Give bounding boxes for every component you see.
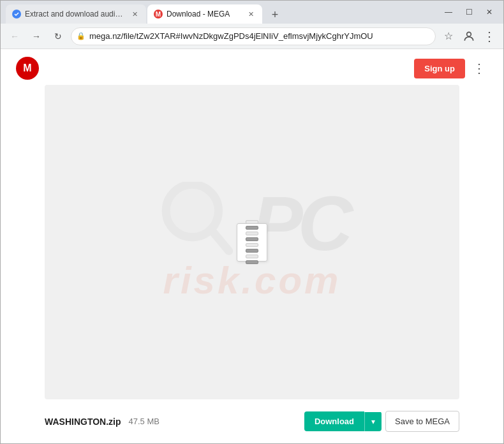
mega-logo: M <box>16 57 39 80</box>
file-preview-area: PC risk.com <box>45 85 459 399</box>
back-button[interactable]: ← <box>6 27 24 45</box>
minimize-button[interactable]: — <box>440 5 457 19</box>
close-button[interactable]: ✕ <box>480 5 498 19</box>
lock-icon: 🔒 <box>77 32 85 40</box>
restore-button[interactable]: ☐ <box>460 5 478 19</box>
navigation-bar: ← → ↻ 🔒 mega.nz/file/tZw2XTAR#IwvNzDkgwZ… <box>1 24 503 49</box>
svg-line-2 <box>211 230 228 251</box>
zip-stripe-2 <box>246 226 258 230</box>
profile-button[interactable] <box>460 27 478 45</box>
bookmark-button[interactable]: ☆ <box>440 27 457 45</box>
mega-header: M Sign up ⋮ <box>8 57 496 85</box>
zip-stripe-7 <box>246 255 258 258</box>
browser-window: Extract and download audio an... ✕ M Dow… <box>0 0 504 444</box>
download-button-group: Download ▾ <box>304 411 382 431</box>
zip-stripe-4 <box>246 237 258 241</box>
svg-point-1 <box>166 184 218 237</box>
risk-watermark-text: risk.com <box>163 258 341 302</box>
tab-strip: Extract and download audio an... ✕ M Dow… <box>6 1 284 24</box>
zip-stripe-3 <box>246 232 258 235</box>
mega-menu-button[interactable]: ⋮ <box>470 58 488 78</box>
tab-1-close[interactable]: ✕ <box>130 9 140 19</box>
tab-1[interactable]: Extract and download audio an... ✕ <box>6 4 146 24</box>
address-bar[interactable]: 🔒 mega.nz/file/tZw2XTAR#IwvNzDkgwZgPDs4j… <box>71 27 436 45</box>
file-size: 47.5 MB <box>129 417 159 426</box>
new-tab-button[interactable]: + <box>266 6 284 24</box>
download-button[interactable]: Download <box>304 411 364 431</box>
window-controls: — ☐ ✕ <box>440 5 498 19</box>
svg-point-0 <box>467 32 471 36</box>
zip-stripe-5 <box>246 243 258 247</box>
signup-button[interactable]: Sign up <box>414 59 465 78</box>
tab-2-close[interactable]: ✕ <box>246 9 256 19</box>
page-content: M Sign up ⋮ PC risk.com <box>1 49 503 443</box>
file-actions: Download ▾ Save to MEGA <box>304 411 459 432</box>
zip-stripe-pattern <box>237 220 267 264</box>
download-dropdown-button[interactable]: ▾ <box>364 412 382 431</box>
zip-file-icon <box>237 223 267 262</box>
nav-right-controls: ☆ ⋮ <box>440 26 498 47</box>
zip-stripe-6 <box>246 249 258 253</box>
reload-button[interactable]: ↻ <box>49 27 67 45</box>
file-info-bar: WASHINGTON.zip 47.5 MB Download ▾ Save t… <box>45 407 459 436</box>
browser-menu-button[interactable]: ⋮ <box>480 26 498 47</box>
tab-1-favicon <box>12 10 21 18</box>
zip-stripe-1 <box>246 220 258 224</box>
magnifier-watermark <box>156 182 239 265</box>
mega-favicon-letter: M <box>156 11 161 18</box>
header-right: Sign up ⋮ <box>414 58 488 78</box>
tab-2[interactable]: M Download - MEGA ✕ <box>147 4 262 24</box>
tab-2-favicon: M <box>154 10 163 18</box>
zip-stripe-8 <box>246 260 258 264</box>
tab-1-title: Extract and download audio an... <box>25 10 126 18</box>
forward-button[interactable]: → <box>27 27 45 45</box>
tab-2-title: Download - MEGA <box>167 10 242 18</box>
save-to-mega-button[interactable]: Save to MEGA <box>385 411 459 432</box>
dropdown-arrow-icon: ▾ <box>371 417 375 426</box>
title-bar: Extract and download audio an... ✕ M Dow… <box>1 1 503 24</box>
url-text: mega.nz/file/tZw2XTAR#IwvNzDkgwZgPDs4jEl… <box>89 31 429 41</box>
file-name: WASHINGTON.zip <box>45 417 121 427</box>
